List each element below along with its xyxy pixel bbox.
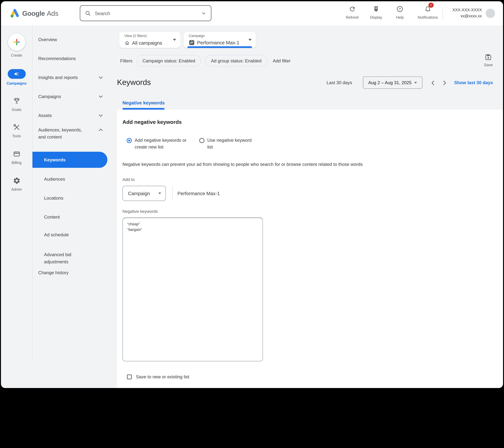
search-input[interactable]: Search [80, 5, 212, 21]
radio-use-negative-keyword-list[interactable]: Use negative keyword list [199, 137, 258, 150]
view-scope-label: View (2 filters) [124, 34, 147, 38]
logo-text-ads: Ads [47, 9, 58, 17]
filter-chip-campaign-status[interactable]: Campaign status: Enabled [137, 55, 201, 67]
search-placeholder: Search [95, 11, 197, 16]
sidenav-item-content[interactable]: Content [44, 214, 60, 220]
view-scope-dropdown[interactable]: View (2 filters) All campaigns [119, 32, 180, 48]
radio-add-label[interactable]: Add negative keywords or create new list [135, 137, 190, 150]
sidenav-item-advanced-bid-adjustments[interactable]: Advanced bid adjustments [44, 251, 87, 265]
dropdown-arrow-icon [249, 39, 252, 41]
google-ads-logo[interactable]: Google Ads [10, 1, 58, 25]
refresh-icon [349, 5, 356, 13]
svg-text:?: ? [399, 7, 401, 11]
dropdown-arrow-icon [173, 39, 176, 41]
google-ads-triangle-icon [10, 9, 20, 18]
keywords-selected-label: Keywords [44, 157, 66, 162]
goals-label: Goals [1, 108, 32, 111]
checkbox-unchecked-icon[interactable] [127, 374, 132, 379]
campaign-scope-dropdown[interactable]: Campaign Performance Max-1 [183, 32, 256, 48]
display-button[interactable]: Display [364, 5, 388, 19]
chevron-down-icon [99, 114, 103, 117]
help-button[interactable]: ? Help [388, 5, 412, 19]
plus-icon [12, 38, 21, 46]
billing-label: Billing [1, 161, 32, 164]
campaign-scope-value: Performance Max-1 [197, 40, 239, 45]
search-icon [85, 10, 91, 16]
sidebar-item-goals[interactable]: Goals [1, 97, 32, 112]
create-label: Create [1, 53, 32, 57]
date-range-picker[interactable]: Aug 2 – Aug 31, 2025 [363, 76, 422, 89]
sidebar-item-admin[interactable]: Admin [1, 177, 32, 191]
filter-chip-ad-group-status[interactable]: Ad group status: Enabled [205, 55, 267, 67]
save-label: Save [484, 63, 493, 67]
performance-max-icon [189, 39, 195, 46]
radio-add-negative-keywords[interactable]: Add negative keywords or create new list [126, 137, 190, 150]
negative-keywords-panel: Add negative keywords Add negative keywo… [117, 109, 503, 388]
radio-unselected-icon[interactable] [199, 138, 204, 143]
sidebar-item-tools[interactable]: Tools [1, 123, 32, 138]
next-period-button[interactable] [440, 79, 449, 87]
avatar[interactable] [486, 9, 495, 18]
sidenav-item-locations[interactable]: Locations [44, 195, 63, 201]
chevron-down-icon[interactable] [201, 11, 206, 16]
negative-keywords-label: Negative keywords [123, 209, 158, 214]
chevron-down-icon [99, 95, 103, 98]
create-button[interactable]: Create [1, 34, 32, 57]
filter-bar: Filters Campaign status: Enabled Ad grou… [120, 55, 291, 67]
selected-campaign-name: Performance Max-1 [177, 186, 220, 201]
previous-period-button[interactable] [429, 79, 437, 87]
nav-rail: Create Campaigns Goals [1, 25, 32, 388]
show-last-30-days-link[interactable]: Show last 30 days [454, 80, 493, 85]
account-info[interactable]: XXX-XXX-XXXX xx@xxxx.xx [447, 7, 482, 19]
tab-negative-keywords[interactable]: Negative keywords [123, 100, 165, 109]
campaign-active-indicator [187, 46, 252, 48]
help-label: Help [388, 16, 412, 19]
sidenav-item-keywords-selected[interactable]: Keywords [33, 152, 107, 168]
sidenav-item-overview[interactable]: Overview [38, 36, 57, 43]
sidenav-item-insights-reports[interactable]: Insights and reports [38, 74, 78, 81]
campaigns-label: Campaigns [1, 81, 32, 85]
dropdown-arrow-icon [414, 82, 417, 84]
checkbox-label[interactable]: Save to new or existing list [136, 374, 189, 379]
add-filter-button[interactable]: Add filter [273, 58, 290, 63]
sidenav-item-recommendations[interactable]: Recommendations [38, 55, 76, 62]
negative-keywords-textarea[interactable]: “cheap” “bargain” [123, 218, 263, 361]
sidenav-item-change-history[interactable]: Change history [38, 269, 69, 276]
sidenav-item-campaigns[interactable]: Campaigns [38, 93, 61, 100]
logo-text-google: Google [22, 9, 45, 17]
page-title: Keywords [117, 78, 151, 87]
notifications-label: Notifications [416, 16, 439, 19]
main-content: View (2 filters) All campaigns Campaign … [117, 25, 503, 388]
megaphone-icon [14, 71, 19, 77]
tab-active-indicator [123, 108, 165, 109]
panel-description: Negative keywords can prevent your ad fr… [123, 162, 362, 167]
refresh-button[interactable]: Refresh [341, 5, 364, 19]
sidebar-item-billing[interactable]: Billing [1, 150, 32, 165]
sidenav-item-ad-schedule[interactable]: Ad schedule [44, 231, 69, 238]
level-select-dropdown[interactable]: Campaign [123, 186, 166, 201]
chevron-down-icon [99, 76, 103, 79]
radio-use-label[interactable]: Use negative keyword list [207, 137, 258, 150]
date-preset-label: Last 30 days [327, 80, 352, 85]
side-nav: Overview Recommendations Insights and re… [33, 25, 117, 388]
level-divider [172, 186, 173, 201]
chevron-right-icon [443, 80, 446, 86]
help-icon: ? [396, 5, 403, 13]
tools-label: Tools [1, 134, 32, 138]
display-icon [373, 5, 380, 13]
account-email: xx@xxxx.xx [447, 13, 482, 19]
sidenav-item-audiences-keywords-content[interactable]: Audiences, keywords, and content [38, 126, 90, 141]
sidenav-item-assets[interactable]: Assets [38, 112, 52, 119]
credit-card-icon [13, 150, 20, 158]
sidebar-item-campaigns[interactable]: Campaigns [1, 69, 32, 85]
save-button[interactable]: Save [484, 54, 493, 67]
view-scope-value: All campaigns [132, 40, 162, 46]
notifications-button[interactable]: ! Notifications [416, 5, 439, 19]
filters-label: Filters [120, 58, 133, 63]
radio-selected-icon[interactable] [126, 138, 132, 143]
screen: Google Ads Search Refresh Display [0, 0, 504, 389]
sidenav-item-audiences[interactable]: Audiences [44, 176, 65, 182]
tools-icon [13, 123, 20, 131]
notification-badge: ! [429, 3, 434, 8]
save-to-list-checkbox-row[interactable]: Save to new or existing list [127, 374, 189, 379]
